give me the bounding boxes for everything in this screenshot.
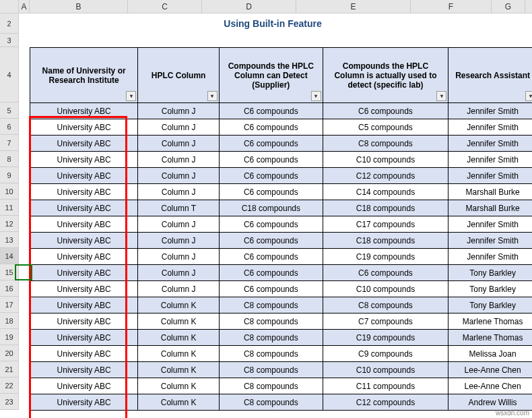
cell-b[interactable]: University ABC [30, 119, 138, 136]
cell-f[interactable]: Marlene Thomas [448, 330, 532, 346]
row-header-11[interactable]: 11 [0, 200, 19, 216]
cell-d[interactable]: C6 compounds [219, 233, 323, 249]
cell-e[interactable]: C5 compounds [323, 119, 448, 136]
col-header-e[interactable]: E [296, 0, 411, 13]
cell-f[interactable]: Jennifer Smith [448, 249, 532, 265]
cell-b[interactable]: University ABC [30, 136, 138, 152]
header-assistant[interactable]: Research Assistant ▾ [448, 48, 532, 103]
cell-e[interactable]: C17 compounds [323, 216, 448, 233]
col-header-g[interactable]: G [492, 0, 525, 13]
header-detect-lab[interactable]: Compounds the HPLC Column is actually us… [323, 48, 448, 103]
cell-f[interactable]: Jennifer Smith [448, 216, 532, 233]
cell-b[interactable]: University ABC [30, 103, 138, 119]
cell-c[interactable]: Column K [138, 297, 220, 314]
cell-f[interactable]: Melissa Joan [448, 346, 532, 362]
cell-b[interactable]: University ABC [30, 265, 138, 281]
col-header-b[interactable]: B [30, 0, 128, 13]
cell-d[interactable]: C6 compounds [219, 281, 323, 297]
col-header-d[interactable]: D [202, 0, 296, 13]
cell-c[interactable]: Column K [138, 346, 220, 362]
cell-b[interactable]: University ABC [30, 281, 138, 297]
cell-e[interactable]: C12 compounds [323, 168, 448, 184]
cell-b[interactable]: University ABC [30, 378, 138, 394]
cell-d[interactable]: C8 compounds [219, 346, 323, 362]
cell-d[interactable]: C8 compounds [219, 362, 323, 378]
row-header-8[interactable]: 8 [0, 151, 19, 167]
cell-e[interactable]: C14 compounds [323, 184, 448, 200]
cell-e[interactable]: C8 compounds [323, 136, 448, 152]
header-hplc[interactable]: HPLC Column ▾ [138, 48, 220, 103]
cell-d[interactable]: C6 compounds [219, 152, 323, 168]
cell-c[interactable]: Column J [138, 103, 220, 119]
row-header-6[interactable]: 6 [0, 119, 19, 135]
cell-f[interactable]: Tony Barkley [448, 281, 532, 297]
row-header-10[interactable]: 10 [0, 183, 19, 200]
cell-c[interactable]: Column K [138, 378, 220, 394]
cell-d[interactable]: C6 compounds [219, 265, 323, 281]
filter-icon[interactable]: ▾ [525, 91, 532, 101]
row-header-17[interactable]: 17 [0, 297, 19, 313]
cell-d[interactable]: C8 compounds [219, 314, 323, 330]
row-header-20[interactable]: 20 [0, 345, 19, 361]
row-header-3[interactable]: 3 [0, 34, 19, 47]
cell-c[interactable]: Column K [138, 314, 220, 330]
cell-c[interactable]: Column J [138, 265, 220, 281]
cell-f[interactable]: Lee-Anne Chen [448, 362, 532, 378]
cell-f[interactable]: Jennifer Smith [448, 103, 532, 119]
cell-e[interactable]: C7 compounds [323, 314, 448, 330]
filter-icon[interactable]: ▾ [436, 91, 446, 101]
filter-icon[interactable]: ▾ [311, 91, 321, 101]
cell-f[interactable]: Andrew Willis [448, 394, 532, 411]
row-header-15[interactable]: 15 [0, 264, 19, 280]
row-header-12[interactable]: 12 [0, 216, 19, 232]
cell-c[interactable]: Column J [138, 249, 220, 265]
cell-c[interactable]: Column K [138, 394, 220, 411]
cell-b[interactable]: University ABC [30, 168, 138, 184]
row-header-22[interactable]: 22 [0, 378, 19, 394]
cell-d[interactable]: C6 compounds [219, 216, 323, 233]
cell-e[interactable]: C18 compounds [323, 200, 448, 216]
cell-b[interactable]: University ABC [30, 330, 138, 346]
row-header-13[interactable]: 13 [0, 232, 19, 248]
header-detect-supplier[interactable]: Compounds the HPLC Column can Detect (Su… [219, 48, 323, 103]
cell-e[interactable]: C10 compounds [323, 281, 448, 297]
cell-b[interactable]: University ABC [30, 394, 138, 411]
cell-b[interactable]: University ABC [30, 346, 138, 362]
cell-d[interactable]: C8 compounds [219, 378, 323, 394]
cell-f[interactable]: Jennifer Smith [448, 152, 532, 168]
col-header-c[interactable]: C [128, 0, 202, 13]
cell-c[interactable]: Column J [138, 281, 220, 297]
filter-icon[interactable]: ▾ [126, 91, 136, 101]
row-header-2[interactable]: 2 [0, 13, 19, 34]
cell-e[interactable]: C6 compounds [323, 103, 448, 119]
cell-b[interactable]: University ABC [30, 297, 138, 314]
cell-f[interactable]: Marlene Thomas [448, 314, 532, 330]
cell-b[interactable]: University ABC [30, 314, 138, 330]
cell-c[interactable]: Column J [138, 233, 220, 249]
col-header-f[interactable]: F [411, 0, 492, 13]
cell-d[interactable]: C6 compounds [219, 103, 323, 119]
cell-c[interactable]: Column K [138, 362, 220, 378]
cell-f[interactable]: Marshall Burke [448, 200, 532, 216]
cell-d[interactable]: C6 compounds [219, 119, 323, 136]
row-header-14[interactable]: 14 [0, 248, 19, 264]
cell-b[interactable]: University ABC [30, 362, 138, 378]
row-header-18[interactable]: 18 [0, 313, 19, 329]
cell-e[interactable]: C12 compounds [323, 394, 448, 411]
cell-c[interactable]: Column J [138, 136, 220, 152]
filter-icon[interactable]: ▾ [207, 91, 218, 101]
cell-b[interactable]: University ABC [30, 249, 138, 265]
cell-e[interactable]: C9 compounds [323, 346, 448, 362]
cell-e[interactable]: C6 compounds [323, 265, 448, 281]
cell-b[interactable]: University ABC [30, 233, 138, 249]
cell-e[interactable]: C10 compounds [323, 362, 448, 378]
cell-d[interactable]: C8 compounds [219, 297, 323, 314]
cell-e[interactable]: C8 compounds [323, 297, 448, 314]
cell-c[interactable]: Column J [138, 119, 220, 136]
row-header-23[interactable]: 23 [0, 394, 19, 410]
cell-f[interactable]: Marshall Burke [448, 184, 532, 200]
cell-d[interactable]: C8 compounds [219, 394, 323, 411]
row-header-4[interactable]: 4 [0, 47, 19, 102]
cell-b[interactable]: University ABC [30, 152, 138, 168]
row-header-16[interactable]: 16 [0, 280, 19, 297]
